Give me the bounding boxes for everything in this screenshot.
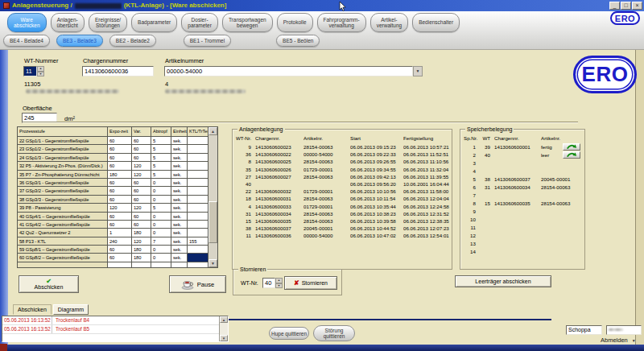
table-row[interactable]: 41 GSp4/2 – Gegenstromfließspüle60600sek…	[18, 221, 208, 229]
hupe-quittieren-button[interactable]: Hupe quittieren	[269, 327, 309, 340]
process-name-cell[interactable]: 32 P5 - Aktivierung Zn-Phos. (Dünn/Dick.…	[18, 162, 108, 170]
scroll-up-icon[interactable]: ▲	[220, 316, 228, 323]
process-value-cell[interactable]: sek.	[171, 246, 188, 254]
process-value-cell[interactable]: 240	[108, 237, 132, 246]
table-row[interactable]: 18141306060003128154-0006306.06.2013 10:…	[236, 195, 450, 202]
process-name-cell[interactable]: 36 GSp3/1 - Gegenstromfließspüle	[18, 179, 108, 187]
process-value-cell[interactable]: 60	[108, 145, 132, 153]
artikel-number-select[interactable]: 00000-54000 ▼	[164, 66, 423, 76]
process-value-cell[interactable]: 60	[132, 137, 151, 145]
table-row[interactable]: 22 GSp1/1 - Gegenstromfließspüle60605sek…	[18, 137, 208, 145]
process-value-cell[interactable]: 60	[132, 213, 151, 221]
process-value-cell[interactable]: 5	[151, 204, 171, 212]
process-value-cell[interactable]: 7	[151, 237, 171, 246]
table-row[interactable]: 240leer	[464, 151, 583, 159]
table-row[interactable]: 58 P13 - KTL2401207sek.155	[18, 237, 208, 246]
process-value-cell[interactable]: 60	[132, 221, 151, 229]
process-value-cell[interactable]: 60	[132, 187, 151, 195]
process-value-cell[interactable]: sek.	[171, 145, 188, 153]
process-value-cell[interactable]: 5	[151, 154, 171, 162]
password-field[interactable]	[606, 325, 642, 335]
scroll-down-icon[interactable]: ▼	[220, 335, 228, 341]
table-row[interactable]: 815141306060003528154-00063	[464, 200, 583, 208]
process-value-cell[interactable]: sek.	[171, 221, 188, 229]
process-value-cell[interactable]: sek.	[171, 196, 188, 204]
table-row[interactable]: 60 GSp8/2 – Gegenstromfließspüle601800se…	[18, 254, 208, 262]
process-value-cell[interactable]: 180	[108, 171, 132, 179]
leertraeger-button[interactable]: Leerträger abschicken	[455, 275, 551, 287]
station-tab-be2-belade2[interactable]: BE2 - Belade2	[109, 35, 156, 47]
process-value-cell[interactable]: 60	[108, 137, 132, 145]
process-value-cell[interactable]: sek.	[171, 213, 188, 221]
process-value-cell[interactable]: 1	[108, 229, 132, 237]
bottom-tab-diagramm[interactable]: Diagramm	[53, 304, 89, 315]
process-value-cell[interactable]: sek.	[171, 179, 188, 187]
log-entry[interactable]: 05.06.2013 16:13:52Trockenlauf B4	[2, 316, 219, 325]
process-value-cell[interactable]	[188, 196, 208, 204]
process-value-cell[interactable]: 0	[151, 229, 171, 237]
station-tab-be5-beölen[interactable]: BE5 - Beölen	[276, 35, 320, 47]
table-row[interactable]: 12	[464, 232, 583, 240]
table-row[interactable]: 24 GSp1/3 - Gegenstromfließspüle60605sek…	[18, 154, 208, 162]
table-row[interactable]: 35 P7 - Zn-Phosphatierung Dünnschicht180…	[18, 171, 208, 179]
process-value-cell[interactable]: 60	[108, 196, 132, 204]
process-value-cell[interactable]: 120	[108, 204, 132, 212]
charge-number-input[interactable]: 1413060600036	[82, 66, 154, 76]
table-row[interactable]: 1391413060600001fertig	[464, 143, 583, 151]
process-value-cell[interactable]	[188, 204, 208, 212]
username-field[interactable]: Schoppa	[566, 325, 602, 335]
nav-button-dosier-parameter[interactable]: Dosier- parameter	[181, 13, 218, 32]
process-value-cell[interactable]: 0	[151, 187, 171, 195]
process-value-cell[interactable]: sek.	[171, 162, 188, 170]
process-value-cell[interactable]	[188, 154, 208, 162]
nav-button-ware-abschicken[interactable]: Ware abschicken	[7, 13, 47, 32]
table-row[interactable]: 631141306060003428154-00063	[464, 184, 583, 192]
process-value-cell[interactable]: 0	[151, 246, 171, 254]
nav-button-transportwagen-bewegen[interactable]: Transportwagen bewegen	[222, 13, 273, 32]
process-value-cell[interactable]: 120	[132, 237, 151, 246]
bottom-tab-abschicken[interactable]: Abschicken	[13, 304, 52, 315]
table-row[interactable]: 38141306060003720045-0000106.06.2013 10:…	[236, 225, 450, 232]
station-tab-be3-belade3[interactable]: BE3 - Belade3	[56, 35, 103, 47]
process-name-cell[interactable]: 42 Qu2 - Querumsetzer 2	[18, 229, 108, 237]
process-value-cell[interactable]: 60	[108, 179, 132, 187]
process-value-cell[interactable]	[188, 254, 208, 262]
process-value-cell[interactable]: 0	[151, 213, 171, 221]
transfer-button[interactable]	[563, 143, 580, 151]
table-row[interactable]: 4006.06.2013 09:56:2010.06.2001 16:04:44	[236, 180, 450, 188]
process-value-cell[interactable]: 120	[132, 204, 151, 212]
table-row[interactable]: 14	[464, 248, 583, 256]
table-row[interactable]: 4141306060003301729-0000106.06.2013 10:3…	[236, 203, 450, 210]
table-row[interactable]: 538141306060003720045-00001	[464, 176, 583, 184]
process-name-cell[interactable]: 59 GSp8/1 – Gegenstromfließspüle	[18, 246, 108, 254]
process-value-cell[interactable]: sek.	[171, 237, 188, 246]
abschicken-button[interactable]: ✔ Abschicken	[19, 275, 79, 293]
process-value-cell[interactable]: 0	[151, 221, 171, 229]
process-value-cell[interactable]	[188, 179, 208, 187]
table-row[interactable]: 40 GSp4/1 – Gegenstromfließspüle60600sek…	[18, 213, 208, 221]
station-tab-be4-belade4[interactable]: BE4 - Belade4	[3, 35, 50, 47]
storno-wt-value[interactable]: 40	[262, 278, 275, 288]
nav-button-fahrprogramm-verwaltung[interactable]: Fahrprogramm- verwaltung	[317, 13, 366, 32]
process-table-scrollbar[interactable]: ▲ ▼	[208, 127, 217, 267]
process-value-cell[interactable]: 180	[132, 246, 151, 254]
process-name-cell[interactable]: 39 P8 - Passivierung	[18, 204, 108, 212]
wt-number-value[interactable]: 11	[23, 66, 37, 76]
process-value-cell[interactable]: 0	[151, 196, 171, 204]
process-name-cell[interactable]: 40 GSp4/1 – Gegenstromfließspüle	[18, 213, 108, 221]
process-value-cell[interactable]: 5	[151, 171, 171, 179]
process-value-cell[interactable]: 5	[151, 137, 171, 145]
table-row[interactable]: 7	[464, 192, 583, 200]
process-value-cell[interactable]: 120	[132, 162, 151, 170]
nav-button-badparameter[interactable]: Badparameter	[131, 13, 177, 32]
process-value-cell[interactable]: 0	[151, 254, 171, 262]
table-row[interactable]: 9141306060002328154-0006306.06.2013 09:1…	[236, 143, 450, 151]
process-value-cell[interactable]: 180	[132, 254, 151, 262]
storno-wt-stepper[interactable]: 40 ▲ ▼	[262, 278, 283, 288]
process-name-cell[interactable]: 37 GSp3/2 - Gegenstromfließspüle	[18, 187, 108, 195]
process-value-cell[interactable]: 0	[151, 179, 171, 187]
table-row[interactable]: 42 Qu2 - Querumsetzer 211800sek.	[18, 229, 208, 237]
logout-button[interactable]: Abmelden ▼	[601, 337, 636, 344]
process-value-cell[interactable]: 60	[132, 154, 151, 162]
process-name-cell[interactable]: 22 GSp1/1 - Gegenstromfließspüle	[18, 137, 108, 145]
